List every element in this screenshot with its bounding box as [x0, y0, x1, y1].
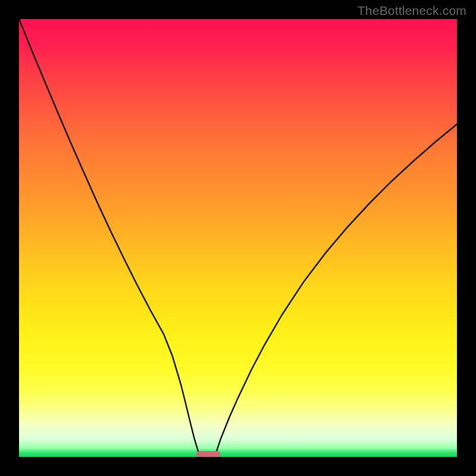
left-curve: [19, 19, 199, 453]
curves-svg: [19, 19, 457, 457]
bottleneck-marker: [196, 451, 220, 457]
watermark-text: TheBottleneck.com: [358, 4, 466, 18]
chart-frame: TheBottleneck.com: [0, 0, 476, 476]
plot-area: [19, 19, 457, 457]
right-curve: [216, 124, 457, 453]
